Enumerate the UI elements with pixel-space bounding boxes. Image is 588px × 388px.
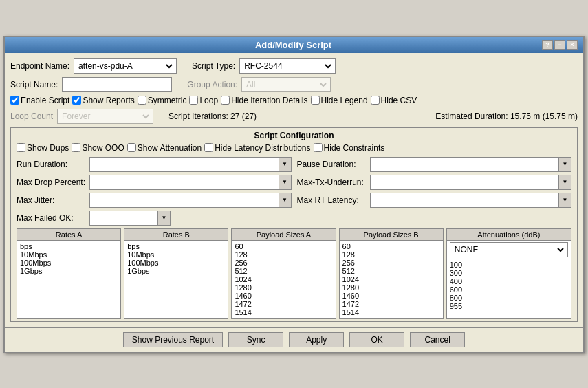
list-item[interactable]: 100Mbps bbox=[20, 259, 118, 267]
list-item[interactable]: 1514 bbox=[342, 308, 440, 316]
lists-section: Rates A bps 10Mbps 100Mbps 1Gbps Rates B… bbox=[17, 228, 571, 319]
payload-b-items[interactable]: 60 128 256 512 1024 1280 1460 1472 1514 bbox=[340, 241, 443, 318]
max-tx-input[interactable]: 10% (10%) bbox=[370, 175, 560, 190]
list-item[interactable]: 256 bbox=[342, 259, 440, 267]
symmetric-checkbox[interactable] bbox=[138, 96, 146, 105]
list-item[interactable]: 1280 bbox=[342, 283, 440, 292]
list-item[interactable]: 60 bbox=[342, 242, 440, 250]
show-attenuation-checkbox[interactable] bbox=[127, 143, 136, 152]
list-item[interactable]: 512 bbox=[235, 267, 332, 275]
show-reports-label: Show Reports bbox=[83, 96, 134, 105]
loop-checkbox[interactable] bbox=[189, 96, 198, 105]
list-item[interactable]: 1472 bbox=[235, 300, 332, 308]
list-item[interactable]: 1Gbps bbox=[20, 267, 118, 275]
endpoint-select[interactable]: atten-vs-pdu-A bbox=[76, 61, 175, 72]
hide-iteration-checkbox[interactable] bbox=[221, 96, 230, 105]
endpoint-dropdown[interactable]: atten-vs-pdu-A bbox=[74, 58, 177, 74]
list-item[interactable]: 1472 bbox=[342, 300, 440, 308]
close-button[interactable]: × bbox=[567, 40, 578, 50]
script-type-label: Script Type: bbox=[192, 61, 235, 71]
list-item[interactable]: 300 bbox=[450, 269, 568, 277]
list-item[interactable]: 1Gbps bbox=[127, 267, 225, 275]
list-item[interactable]: 512 bbox=[342, 267, 440, 275]
list-item[interactable]: 1460 bbox=[342, 292, 440, 300]
list-item[interactable]: 60 bbox=[235, 242, 332, 250]
enable-script-checkbox[interactable] bbox=[10, 96, 19, 105]
max-drop-combo[interactable]: 5% (5%) ▼ bbox=[89, 175, 291, 190]
show-ooo-checkbox[interactable] bbox=[72, 143, 80, 152]
loop-count-select[interactable]: Forever bbox=[59, 111, 151, 122]
max-jitter-combo[interactable]: high (100 ms) ▼ bbox=[89, 193, 292, 208]
list-item[interactable]: 400 bbox=[450, 277, 568, 285]
attenuations-dropdown[interactable]: NONE bbox=[447, 241, 571, 259]
list-item[interactable]: 1460 bbox=[235, 292, 332, 300]
payload-a-items[interactable]: 60 128 256 512 1024 1280 1460 1472 1514 bbox=[232, 241, 335, 318]
loop-label: Loop bbox=[199, 96, 218, 105]
rates-a-items[interactable]: bps 10Mbps 100Mbps 1Gbps bbox=[17, 241, 120, 318]
script-name-input[interactable]: my-script bbox=[62, 77, 172, 92]
run-duration-input[interactable]: 30 s (30 s) bbox=[89, 157, 279, 172]
script-type-dropdown[interactable]: RFC-2544 bbox=[239, 58, 336, 74]
hide-latency-label: Hide Latency Distributions bbox=[215, 143, 310, 153]
show-prev-report-button[interactable]: Show Previous Report bbox=[123, 332, 223, 347]
apply-button[interactable]: Apply bbox=[289, 332, 344, 347]
list-item[interactable]: 955 bbox=[450, 302, 568, 310]
minimize-button[interactable]: − bbox=[554, 40, 565, 50]
run-duration-combo[interactable]: 30 s (30 s) ▼ bbox=[89, 157, 292, 172]
pause-duration-row: Pause Duration: 5 s (5 s) ▼ bbox=[297, 157, 572, 172]
list-item[interactable]: 128 bbox=[235, 250, 332, 259]
max-tx-combo[interactable]: 10% (10%) ▼ bbox=[370, 175, 572, 190]
list-item[interactable]: 1024 bbox=[342, 275, 440, 283]
show-dups-checkbox[interactable] bbox=[17, 143, 25, 152]
hide-constraints-checkbox[interactable] bbox=[314, 143, 323, 152]
sync-button[interactable]: Sync bbox=[228, 332, 283, 347]
list-item[interactable]: 128 bbox=[342, 250, 440, 259]
list-item[interactable]: 600 bbox=[450, 285, 568, 294]
list-item[interactable]: bps bbox=[127, 242, 225, 250]
atten-select[interactable]: NONE bbox=[452, 244, 566, 255]
max-jitter-dropdown-btn[interactable]: ▼ bbox=[279, 193, 292, 208]
script-type-select[interactable]: RFC-2544 bbox=[241, 61, 334, 72]
list-item[interactable]: 10Mbps bbox=[127, 250, 225, 259]
max-failed-combo[interactable]: 0 ▼ bbox=[89, 211, 292, 226]
pause-duration-input[interactable]: 5 s (5 s) bbox=[370, 157, 560, 172]
hide-latency-item: Hide Latency Distributions bbox=[204, 143, 310, 153]
endpoint-label: Endpoint Name: bbox=[10, 61, 69, 71]
max-drop-dropdown-btn[interactable]: ▼ bbox=[279, 175, 292, 190]
max-rt-dropdown-btn[interactable]: ▼ bbox=[559, 193, 571, 208]
max-failed-dropdown-btn[interactable]: ▼ bbox=[158, 211, 171, 226]
footer: Show Previous Report Sync Apply OK Cance… bbox=[5, 327, 583, 352]
hide-csv-checkbox[interactable] bbox=[371, 96, 380, 105]
run-duration-dropdown-btn[interactable]: ▼ bbox=[279, 157, 292, 172]
help-button[interactable]: ? bbox=[542, 40, 553, 50]
list-item[interactable]: bps bbox=[20, 242, 118, 250]
max-tx-row: Max-Tx-Underrun: 10% (10%) ▼ bbox=[297, 175, 572, 190]
hide-latency-checkbox[interactable] bbox=[204, 143, 213, 152]
pause-duration-dropdown-btn[interactable]: ▼ bbox=[559, 157, 571, 172]
group-action-dropdown[interactable]: All bbox=[241, 77, 331, 92]
pause-duration-combo[interactable]: 5 s (5 s) ▼ bbox=[370, 157, 572, 172]
group-action-select[interactable]: All bbox=[243, 79, 329, 90]
ok-button[interactable]: OK bbox=[349, 332, 404, 347]
loop-count-dropdown[interactable]: Forever bbox=[57, 109, 153, 124]
cancel-button[interactable]: Cancel bbox=[410, 332, 465, 347]
list-item[interactable]: 1024 bbox=[235, 275, 332, 283]
rates-b-items[interactable]: bps 10Mbps 100Mbps 1Gbps bbox=[124, 241, 228, 318]
max-rt-combo[interactable]: 500ms (500 ms) ▼ bbox=[370, 193, 572, 208]
max-jitter-input[interactable]: high (100 ms) bbox=[89, 193, 279, 208]
list-item[interactable]: 10Mbps bbox=[20, 250, 118, 259]
atten-select-combo[interactable]: NONE bbox=[450, 242, 568, 257]
hide-legend-checkbox[interactable] bbox=[311, 96, 320, 105]
list-item[interactable]: 1514 bbox=[235, 308, 332, 316]
max-drop-input[interactable]: 5% (5%) bbox=[89, 175, 279, 190]
list-item[interactable]: 100Mbps bbox=[127, 259, 225, 267]
max-failed-input[interactable]: 0 bbox=[89, 211, 158, 226]
list-item[interactable]: 1280 bbox=[235, 283, 332, 292]
show-reports-checkbox[interactable] bbox=[72, 96, 81, 105]
list-item[interactable]: 800 bbox=[450, 294, 568, 302]
list-item[interactable]: 256 bbox=[235, 259, 332, 267]
atten-list-items[interactable]: 100 300 400 600 800 955 bbox=[447, 259, 571, 318]
list-item[interactable]: 100 bbox=[450, 261, 568, 269]
max-rt-input[interactable]: 500ms (500 ms) bbox=[370, 193, 560, 208]
max-tx-dropdown-btn[interactable]: ▼ bbox=[559, 175, 571, 190]
